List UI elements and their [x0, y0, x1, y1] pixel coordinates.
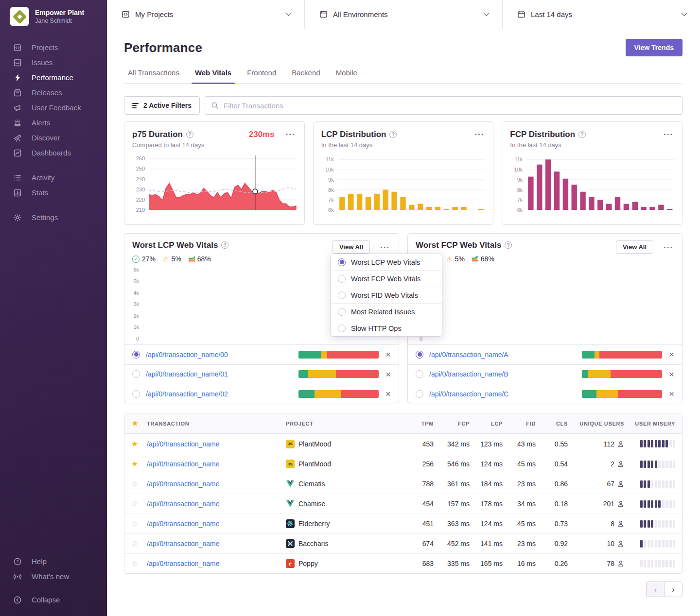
sidebar-collapse-button[interactable]: Collapse: [0, 592, 107, 607]
transaction-link[interactable]: /api/0/transaction_name: [147, 540, 286, 548]
vitals-distribution-bar: [298, 370, 379, 378]
transaction-link[interactable]: /api/0/transaction_name: [147, 440, 286, 448]
radio-button[interactable]: [416, 351, 423, 359]
transaction-link[interactable]: /api/0/transaction_name/00: [146, 351, 293, 359]
table-row: ★ /api/0/transaction_name JSPlantMood 25…: [124, 454, 682, 474]
transaction-link[interactable]: /api/0/transaction_name/01: [146, 370, 293, 378]
sidebar-item-stats[interactable]: Stats: [0, 185, 107, 200]
project-filter-dropdown[interactable]: My Projects: [107, 0, 304, 29]
close-icon[interactable]: ×: [668, 370, 675, 379]
column-header[interactable]: UNIQUE USERS: [568, 421, 624, 427]
radio-button[interactable]: [132, 390, 140, 398]
sidebar-item-settings[interactable]: Settings: [0, 210, 107, 225]
help-icon[interactable]: ?: [578, 131, 586, 138]
sidebar-item-performance[interactable]: Performance: [0, 70, 107, 85]
help-icon[interactable]: ?: [221, 241, 228, 249]
ellipsis-menu-button[interactable]: ···: [473, 129, 485, 139]
column-header[interactable]: USER MISERY: [624, 421, 675, 427]
close-icon[interactable]: ×: [385, 389, 392, 398]
gear-icon: [13, 213, 22, 222]
ellipsis-menu-button[interactable]: ···: [663, 242, 674, 253]
tpm-value: 788: [402, 480, 434, 488]
ellipsis-menu-button[interactable]: ···: [285, 129, 297, 139]
transaction-link[interactable]: /api/0/transaction_name: [147, 480, 286, 488]
y-axis: 11k10k9k8k7k6k: [321, 155, 338, 210]
column-header[interactable]: FID: [503, 421, 536, 427]
star-toggle[interactable]: ☆: [131, 480, 147, 488]
search-input[interactable]: [205, 96, 682, 115]
menu-item-most-related-issues[interactable]: Most Related Issues: [331, 303, 442, 320]
column-header[interactable]: CLS: [536, 421, 568, 427]
help-icon[interactable]: ?: [505, 241, 512, 249]
view-all-button[interactable]: View All: [616, 240, 653, 254]
transaction-link[interactable]: /api/0/transaction_name: [147, 560, 286, 567]
star-toggle[interactable]: ☆: [131, 540, 147, 548]
column-header[interactable]: PROJECT: [286, 421, 402, 427]
sidebar-item-discover[interactable]: Discover: [0, 130, 107, 145]
transaction-link[interactable]: /api/0/transaction_name: [147, 460, 286, 468]
vitals-distribution-bar: [582, 351, 662, 359]
star-toggle[interactable]: ★: [131, 460, 147, 468]
date-range-dropdown[interactable]: Last 14 days: [502, 0, 700, 29]
sidebar-item-issues[interactable]: Issues: [0, 55, 107, 70]
user-misery-bar: [624, 480, 675, 488]
tab-backend[interactable]: Backend: [291, 68, 320, 83]
help-icon[interactable]: ?: [389, 131, 397, 138]
transaction-link[interactable]: /api/0/transaction_name/02: [146, 390, 293, 398]
environment-filter-dropdown[interactable]: All Environments: [304, 0, 502, 29]
table-row: ☆ /api/0/transaction_name Chamise 454 15…: [124, 494, 682, 513]
star-toggle[interactable]: ☆: [131, 520, 147, 528]
p75-value: 230ms: [249, 130, 275, 139]
radio-button[interactable]: [416, 370, 423, 378]
star-toggle[interactable]: ☆: [131, 560, 147, 567]
column-header[interactable]: LCP: [470, 421, 503, 427]
transaction-link[interactable]: /api/0/transaction_name/A: [429, 351, 576, 359]
next-page-button[interactable]: ›: [664, 582, 682, 597]
transaction-link[interactable]: /api/0/transaction_name: [147, 520, 286, 528]
close-icon[interactable]: ×: [385, 350, 392, 359]
sidebar-item-alerts[interactable]: Alerts: [0, 115, 107, 130]
transaction-link[interactable]: /api/0/transaction_name/B: [429, 370, 576, 378]
tab-frontend[interactable]: Frontend: [246, 68, 277, 83]
sidebar-item-whats-new[interactable]: What’s new: [0, 569, 107, 584]
radio-button[interactable]: [416, 390, 423, 398]
org-switcher[interactable]: Empower Plant Jane Schmidt: [0, 7, 107, 26]
menu-item-worst-fcp[interactable]: Worst FCP Web Vitals: [331, 270, 442, 287]
performance-icon: [13, 73, 22, 82]
active-filters-button[interactable]: 2 Active Filters: [124, 96, 200, 115]
tab-web-vitals[interactable]: Web Vitals: [194, 68, 232, 83]
sidebar-item-projects[interactable]: Projects: [0, 40, 107, 55]
close-icon[interactable]: ×: [385, 370, 392, 379]
view-all-button[interactable]: View All: [332, 240, 370, 254]
view-trends-button[interactable]: View Trends: [626, 39, 682, 56]
tab-all-transactions[interactable]: All Transactions: [127, 68, 180, 83]
close-icon[interactable]: ×: [668, 389, 675, 398]
star-toggle[interactable]: ☆: [131, 500, 147, 508]
radio-button[interactable]: [132, 370, 140, 378]
sidebar-item-dashboards[interactable]: Dashboards: [0, 145, 107, 160]
menu-item-worst-lcp[interactable]: Worst LCP Web Vitals: [331, 254, 442, 270]
chevron-down-icon: [483, 10, 490, 16]
sidebar-item-user-feedback[interactable]: User Feedback: [0, 100, 107, 115]
ellipsis-menu-button[interactable]: ···: [663, 129, 674, 139]
column-header[interactable]: TRANSACTION: [147, 421, 286, 427]
sidebar-item-activity[interactable]: Activity: [0, 170, 107, 185]
transaction-link[interactable]: /api/0/transaction_name/C: [429, 390, 576, 398]
user-misery-bar: [624, 540, 675, 548]
help-icon[interactable]: ?: [186, 131, 193, 138]
column-header[interactable]: TPM: [402, 421, 434, 427]
tpm-value: 674: [402, 540, 434, 548]
menu-item-worst-fid[interactable]: Worst FID Web Vitals: [331, 287, 442, 303]
close-icon[interactable]: ×: [668, 350, 675, 359]
previous-page-button[interactable]: ‹: [646, 582, 665, 597]
radio-button[interactable]: [132, 351, 140, 359]
fire-icon: [189, 256, 195, 262]
tab-mobile[interactable]: Mobile: [335, 68, 358, 83]
sidebar-item-help[interactable]: ? Help: [0, 554, 107, 569]
column-header[interactable]: FCP: [434, 421, 470, 427]
menu-item-slow-http-ops[interactable]: Slow HTTP Ops: [331, 320, 442, 336]
star-toggle[interactable]: ★: [131, 440, 147, 448]
transaction-link[interactable]: /api/0/transaction_name: [147, 500, 286, 508]
sidebar-item-releases[interactable]: Releases: [0, 85, 107, 100]
ellipsis-menu-button[interactable]: ···: [379, 242, 391, 253]
